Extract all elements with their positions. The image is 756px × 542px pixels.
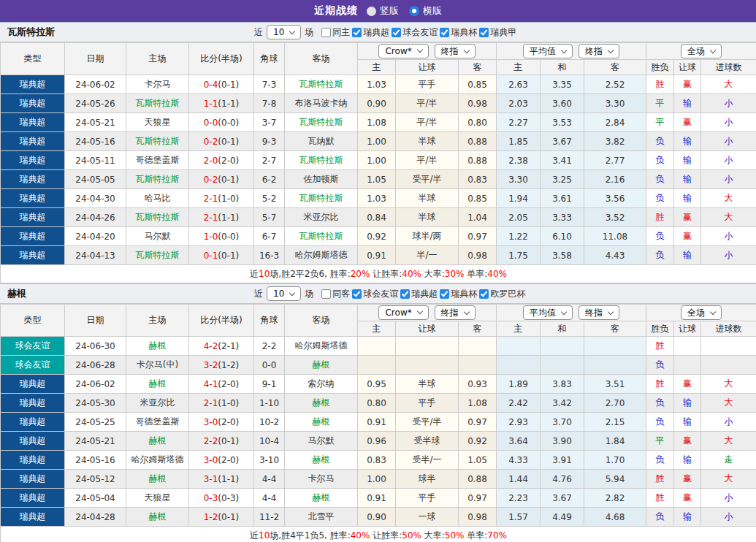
league-type-badge: 瑞典超: [1, 394, 65, 413]
bookmaker-stage-select[interactable]: 终指: [435, 305, 476, 320]
team-bar: 赫根 近10场同客球会友谊瑞典超瑞典杯欧罗巴杯: [0, 283, 756, 304]
team-name: 瓦斯特拉斯: [7, 26, 55, 39]
score-cell: 0-0(0-0): [189, 113, 254, 132]
odds-handicap: 平/半: [396, 94, 459, 113]
league-filter-checkbox-label[interactable]: 球会友谊: [392, 26, 438, 39]
result-outcome: 胜: [646, 337, 674, 356]
radio-icon[interactable]: [367, 7, 376, 16]
radio-horizontal-label: 横版: [423, 4, 442, 18]
league-filter-checkbox-text: 球会友谊: [402, 26, 438, 39]
radio-horizontal-layout[interactable]: 横版: [409, 4, 442, 18]
chevron-down-icon: [463, 47, 469, 53]
odds-home: 1.03: [358, 75, 396, 94]
odds-handicap: 半球: [396, 208, 459, 227]
avg-draw: 3.41: [541, 151, 584, 170]
filter-controls: 近10场同客球会友谊瑞典超瑞典杯欧罗巴杯: [254, 286, 525, 301]
match-row: 球会友谊24-06-30赫根4-2(2-1)2-2哈尔姆斯塔德胜: [1, 337, 756, 356]
radio-vertical-label: 竖版: [380, 4, 399, 18]
league-filter-checkbox-label[interactable]: 欧罗巴杯: [479, 288, 525, 300]
result-goals: 小: [701, 151, 756, 170]
league-filter-checkbox[interactable]: [392, 28, 401, 37]
match-row: 瑞典超24-05-16哈尔姆斯塔德3-0(2-0)3-10赫根0.83受半/一1…: [1, 451, 756, 470]
league-filter-checkbox[interactable]: [352, 28, 362, 37]
odds-handicap: 受平/半: [396, 413, 459, 432]
halftime-score: (1-1): [218, 213, 239, 223]
same-venue-checkbox[interactable]: [321, 28, 331, 37]
result-outcome: 负: [646, 151, 674, 170]
radio-icon[interactable]: [409, 6, 419, 16]
league-filter-checkbox-label[interactable]: 球会友谊: [352, 288, 398, 300]
bookmaker-stage-select[interactable]: 终指: [435, 44, 476, 58]
home-team: 瓦斯特拉斯: [126, 94, 189, 113]
halftime-score: (0-1): [218, 175, 239, 185]
average-select[interactable]: 平均值: [523, 44, 573, 58]
halftime-score: (0-3): [218, 493, 239, 503]
avg-draw: 3.53: [541, 113, 584, 132]
halftime-score: (0-1): [218, 251, 239, 261]
scope-select[interactable]: 全场: [681, 305, 722, 320]
away-team: 布洛马波卡纳: [285, 94, 358, 113]
col-result-outcome: 胜负: [646, 321, 674, 337]
recent-count-select[interactable]: 10: [267, 286, 301, 301]
bookmaker-select[interactable]: Crow*: [378, 44, 428, 58]
match-row: 瑞典超24-05-05瓦斯特拉斯0-2(0-1)6-2佐加顿斯1.05受平/半0…: [1, 170, 756, 189]
odds-handicap: 一球: [396, 508, 459, 527]
league-type-badge: 瑞典超: [1, 113, 65, 132]
halftime-score: (2-0): [218, 156, 239, 166]
avg-home: 1.22: [497, 227, 541, 246]
bookmaker-select[interactable]: Crow*: [378, 305, 428, 320]
league-filter-checkbox[interactable]: [440, 289, 449, 299]
league-filter-checkbox-label[interactable]: 瑞典杯: [440, 26, 477, 39]
odds-away: 0.83: [459, 170, 497, 189]
result-outcome: 胜: [646, 489, 674, 508]
odds-home: 1.00: [358, 132, 396, 151]
away-team: 北雪平: [285, 508, 358, 527]
average-select[interactable]: 平均值: [523, 305, 573, 320]
corner-score: 10-2: [254, 413, 285, 432]
average-stage-select[interactable]: 终指: [579, 44, 619, 58]
same-venue-checkbox-label[interactable]: 同主: [321, 26, 350, 39]
summary-stat-value: 10: [259, 530, 270, 541]
home-team: 哥德堡盖斯: [126, 151, 189, 170]
recent-count-select[interactable]: 10: [267, 25, 301, 39]
scope-select[interactable]: 全场: [681, 44, 722, 58]
league-filter-checkbox[interactable]: [479, 28, 489, 37]
same-venue-checkbox-label[interactable]: 同客: [321, 288, 350, 300]
odds-handicap: 受平/半: [396, 170, 459, 189]
away-team: 赫根: [285, 394, 358, 413]
col-header-score: 比分(半场): [189, 43, 254, 75]
radio-vertical-layout[interactable]: 竖版: [367, 4, 399, 18]
league-filter-checkbox[interactable]: [479, 289, 489, 299]
league-filter-checkbox[interactable]: [352, 289, 362, 299]
league-filter-checkbox-label[interactable]: 瑞典超: [400, 288, 438, 300]
league-filter-checkbox[interactable]: [440, 28, 449, 37]
league-filter-checkbox[interactable]: [400, 289, 410, 299]
odds-handicap: 平手: [396, 394, 459, 413]
league-filter-checkbox-label[interactable]: 瑞典甲: [479, 26, 516, 39]
league-filter-checkbox-label[interactable]: 瑞典超: [352, 26, 389, 39]
halftime-score: (0-1): [218, 80, 239, 90]
avg-away: 3.51: [584, 375, 646, 394]
odds-handicap: 受半球: [396, 432, 459, 451]
chevron-down-icon: [463, 309, 469, 315]
result-outcome: 负: [646, 413, 674, 432]
away-team: 佐加顿斯: [285, 170, 358, 189]
odds-home: 1.00: [358, 151, 396, 170]
result-handicap: 赢: [674, 489, 701, 508]
average-stage-select[interactable]: 终指: [579, 305, 619, 320]
league-type-badge: 瑞典超: [1, 132, 65, 151]
avg-draw: 3.91: [541, 451, 584, 470]
match-date: 24-05-04: [65, 489, 126, 508]
odds-away: 0.88: [459, 470, 497, 489]
same-venue-checkbox[interactable]: [321, 289, 331, 299]
summary-text: 大率:: [421, 530, 445, 541]
col-header-home: 主场: [126, 305, 189, 337]
league-filter-checkbox-label[interactable]: 瑞典杯: [440, 288, 477, 300]
summary-stat-value: 10: [259, 269, 270, 279]
layout-radio-group: 竖版 横版: [367, 4, 442, 18]
avg-away: 2.84: [584, 113, 646, 132]
fulltime-score: 1-0: [204, 232, 218, 242]
league-filter-checkbox-text: 瑞典杯: [451, 26, 477, 39]
score-cell: 4-1(2-0): [189, 375, 254, 394]
summary-text: 让胜率:: [370, 269, 402, 279]
